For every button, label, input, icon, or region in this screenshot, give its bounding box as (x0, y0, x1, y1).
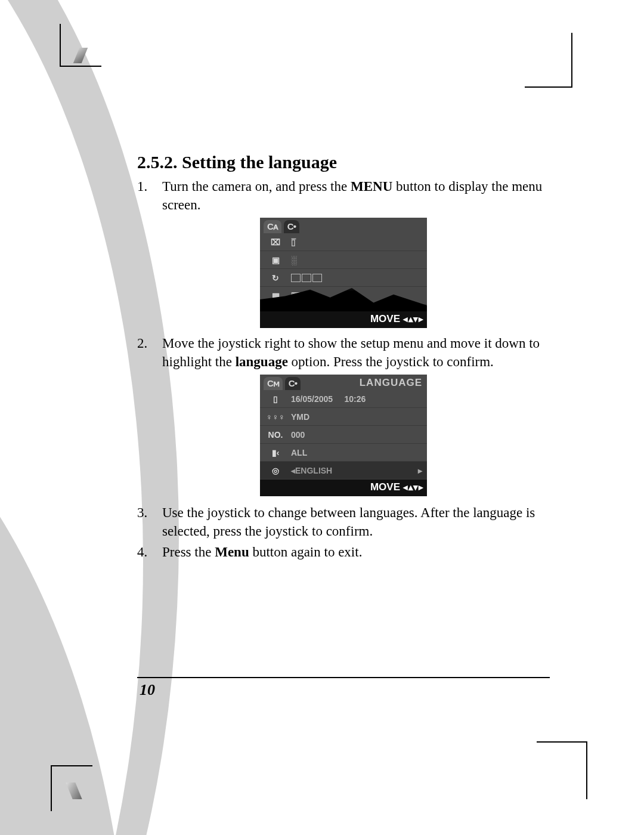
time-value: 10:26 (345, 394, 366, 404)
row-icon: ♀♀♀ (265, 412, 286, 422)
text: option. Press the joystick to confirm. (288, 354, 494, 369)
step-list: 1. Turn the camera on, and press the MEN… (137, 177, 550, 214)
content-column: 2.5.2. Setting the language 1. Turn the … (137, 152, 550, 564)
menu-keyword: MENU (351, 179, 392, 194)
row-icon: ◎ (265, 466, 286, 475)
step-number: 1. (137, 177, 148, 214)
row-icon: ▦ (265, 291, 286, 301)
row-icon: ▯ (265, 394, 286, 404)
lcd-tab: Cᴍ (264, 377, 283, 390)
text: button again to exit. (249, 545, 363, 559)
camera-lcd: Cᴍ C• LANGUAGE ▯ 16/05/2005 10:26 ♀♀♀ YM… (260, 375, 427, 496)
arrow-cluster-icon: ◂▴▾▸ (403, 314, 423, 324)
manual-page: 2.5.2. Setting the language 1. Turn the … (0, 0, 644, 835)
lcd-row: ♀♀♀ YMD (260, 408, 427, 426)
row-value: ◂ENGLISH (291, 466, 413, 475)
row-value: ALL (291, 448, 422, 457)
lcd-row: ▯ 16/05/2005 10:26 (260, 390, 427, 408)
row-icon: ▮‹ (265, 448, 286, 457)
row-value: 16/05/2005 10:26 (291, 394, 422, 404)
text: Press the (162, 545, 215, 559)
lcd-tab: Cᴀ (264, 220, 281, 233)
crop-mark (537, 741, 587, 743)
lcd-row: ▦ ⌧ (260, 287, 427, 305)
lcd-row: NO. 000 (260, 426, 427, 444)
lcd-tab: C• (284, 220, 299, 233)
step-number: 3. (137, 503, 148, 540)
language-keyword: language (236, 354, 288, 369)
menu-keyword: Menu (215, 545, 249, 559)
crop-mark (525, 86, 572, 88)
row-value: ▯̅ (291, 237, 422, 247)
step-list: 3. Use the joystick to change between la… (137, 503, 550, 561)
lcd-footer: MOVE ◂▴▾▸ (260, 311, 427, 328)
move-label: MOVE (370, 481, 400, 493)
step-number: 2. (137, 334, 148, 371)
lcd-title: LANGUAGE (360, 377, 422, 389)
lcd-tab: C• (285, 377, 301, 390)
step-text: Turn the camera on, and press the MENU b… (162, 177, 550, 214)
lcd-tabbar: Cᴍ C• (260, 375, 304, 390)
step-2: 2. Move the joystick right to show the s… (137, 334, 550, 371)
section-heading: 2.5.2. Setting the language (137, 152, 550, 172)
row-value: YMD (291, 412, 422, 422)
crop-mark (571, 33, 572, 86)
row-value (291, 274, 422, 282)
lcd-figure-2: Cᴍ C• LANGUAGE ▯ 16/05/2005 10:26 ♀♀♀ YM… (137, 375, 550, 496)
page-number: 10 (140, 681, 155, 699)
step-1: 1. Turn the camera on, and press the MEN… (137, 177, 550, 214)
lcd-row: ↻ (260, 269, 427, 287)
step-list: 2. Move the joystick right to show the s… (137, 334, 550, 371)
crop-mark (51, 766, 52, 811)
lcd-row: ⌧ ▯̅ (260, 233, 427, 251)
page-rule (137, 677, 550, 678)
arrow-right-icon: ▸ (418, 466, 422, 475)
step-number: 4. (137, 543, 148, 561)
lcd-footer: MOVE ◂▴▾▸ (260, 480, 427, 496)
lcd-row-selected: ◎ ◂ENGLISH ▸ (260, 462, 427, 480)
row-icon: ⌧ (265, 237, 286, 247)
crop-mark (51, 765, 92, 766)
row-value: ░ (291, 255, 422, 265)
step-text: Use the joystick to change between langu… (162, 503, 550, 540)
crop-mark (60, 24, 61, 66)
step-text: Press the Menu button again to exit. (162, 543, 550, 561)
row-icon: ▣ (265, 255, 286, 265)
crop-mark (586, 743, 587, 799)
lcd-figure-1: Cᴀ C• ⌧ ▯̅ ▣ ░ ↻ ▦ ⌧ (137, 218, 550, 328)
date-value: 16/05/2005 (291, 394, 333, 404)
step-3: 3. Use the joystick to change between la… (137, 503, 550, 540)
row-icon: ↻ (265, 273, 286, 283)
text: Turn the camera on, and press the (162, 179, 351, 194)
row-value: 000 (291, 430, 422, 440)
lcd-row: ▣ ░ (260, 251, 427, 269)
lcd-row: ▮‹ ALL (260, 444, 427, 462)
camera-lcd: Cᴀ C• ⌧ ▯̅ ▣ ░ ↻ ▦ ⌧ (260, 218, 427, 328)
arrow-cluster-icon: ◂▴▾▸ (403, 482, 423, 493)
lcd-tabbar: Cᴀ C• (260, 218, 427, 233)
row-icon: NO. (265, 430, 286, 440)
row-value: ⌧ (291, 291, 422, 301)
move-label: MOVE (370, 313, 400, 325)
step-4: 4. Press the Menu button again to exit. (137, 543, 550, 561)
crop-mark (60, 66, 101, 67)
step-text: Move the joystick right to show the setu… (162, 334, 550, 371)
